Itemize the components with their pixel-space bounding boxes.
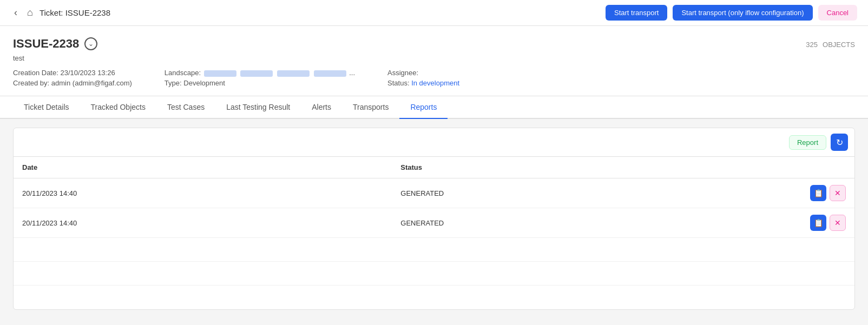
tab-tracked-objects[interactable]: Tracked Objects: [80, 96, 156, 119]
tab-alerts[interactable]: Alerts: [301, 96, 342, 119]
meta-col-left: Creation Date: 23/10/2023 13:26 Created …: [13, 69, 132, 87]
refresh-icon: ↻: [836, 137, 843, 148]
tab-test-cases[interactable]: Test Cases: [156, 96, 215, 119]
type-value: Development: [183, 79, 225, 87]
tab-reports[interactable]: Reports: [399, 96, 448, 119]
col-header-actions: [771, 157, 854, 178]
ticket-info: ISSUE-2238 ⌄ 325 OBJECTS test Creation D…: [0, 26, 868, 96]
landscape-value-blurred4: [314, 70, 346, 77]
ticket-id: ISSUE-2238: [13, 37, 79, 51]
objects-count: 325 OBJECTS: [804, 38, 855, 50]
empty-row: [14, 262, 854, 286]
report-button[interactable]: Report: [789, 135, 826, 150]
ticket-meta: Creation Date: 23/10/2023 13:26 Created …: [13, 69, 855, 87]
document-icon-1: 📋: [814, 218, 823, 227]
start-transport-button[interactable]: Start transport: [606, 5, 667, 21]
empty-cell: [392, 238, 770, 262]
landscape-label: Landscape:: [165, 69, 201, 77]
start-transport-iflow-button[interactable]: Start transport (only iflow configuratio…: [673, 5, 812, 21]
creation-date-label: Creation Date:: [13, 69, 58, 77]
page-title: Ticket: ISSUE-2238: [40, 8, 110, 17]
type: Type: Development: [165, 79, 355, 87]
creation-date-value: 23/10/2023 13:26: [60, 69, 115, 77]
created-by: Created by: admin (admin@figaf.com): [13, 79, 132, 87]
tab-transports[interactable]: Transports: [342, 96, 399, 119]
empty-cell: [392, 286, 770, 309]
reports-card: Report ↻ Date Status 20/11/2023 14:40 GE…: [13, 128, 855, 310]
status-value: In development: [411, 79, 459, 87]
row-date-1: 20/11/2023 14:40: [14, 208, 392, 238]
empty-cell: [14, 262, 392, 286]
created-by-label: Created by:: [13, 79, 49, 87]
type-label: Type:: [165, 79, 182, 87]
delete-button-1[interactable]: ✕: [830, 215, 846, 231]
reports-table: Date Status 20/11/2023 14:40 GENERATED 📋…: [14, 157, 854, 309]
landscape-value-blurred: [204, 70, 236, 77]
ticket-header-row: ISSUE-2238 ⌄ 325 OBJECTS: [13, 37, 855, 51]
close-icon-1: ✕: [834, 218, 841, 227]
back-button[interactable]: ‹: [11, 6, 21, 19]
table-row: 20/11/2023 14:40 GENERATED 📋 ✕: [14, 208, 854, 238]
home-icon[interactable]: ⌂: [27, 7, 33, 18]
objects-label: OBJECTS: [823, 41, 855, 49]
empty-cell: [771, 262, 854, 286]
empty-cell: [14, 238, 392, 262]
header-actions: Start transport Start transport (only if…: [606, 5, 857, 21]
assignee: Assignee:: [387, 69, 459, 77]
row-status-1: GENERATED: [392, 208, 770, 238]
assignee-label: Assignee:: [387, 69, 418, 77]
action-cell-1: 📋 ✕: [779, 215, 846, 231]
objects-count-value: 325: [806, 41, 818, 49]
landscape: Landscape: ...: [165, 69, 355, 77]
header-left: ‹ ⌂ Ticket: ISSUE-2238: [11, 6, 110, 19]
tab-ticket-details[interactable]: Ticket Details: [13, 96, 80, 119]
landscape-value-blurred2: [240, 70, 273, 77]
status: Status: In development: [387, 79, 459, 87]
delete-button-0[interactable]: ✕: [830, 185, 846, 201]
col-header-status: Status: [392, 157, 770, 178]
row-status-0: GENERATED: [392, 178, 770, 208]
view-button-0[interactable]: 📋: [810, 185, 826, 201]
empty-row: [14, 286, 854, 309]
landscape-ellipsis: ...: [349, 69, 355, 77]
row-actions-0: 📋 ✕: [771, 178, 854, 208]
card-toolbar: Report ↻: [14, 128, 854, 157]
refresh-button[interactable]: ↻: [831, 134, 848, 151]
ticket-expand-button[interactable]: ⌄: [84, 37, 97, 50]
empty-cell: [14, 286, 392, 309]
col-header-date: Date: [14, 157, 392, 178]
view-button-1[interactable]: 📋: [810, 215, 826, 231]
empty-row: [14, 238, 854, 262]
row-actions-1: 📋 ✕: [771, 208, 854, 238]
meta-col-mid: Landscape: ... Type: Development: [165, 69, 355, 87]
tab-last-testing-result[interactable]: Last Testing Result: [215, 96, 301, 119]
created-by-value: admin (admin@figaf.com): [51, 79, 132, 87]
document-icon-0: 📋: [814, 189, 823, 197]
row-date-0: 20/11/2023 14:40: [14, 178, 392, 208]
empty-cell: [771, 238, 854, 262]
empty-cell: [771, 286, 854, 309]
creation-date: Creation Date: 23/10/2023 13:26: [13, 69, 132, 77]
status-label: Status:: [387, 79, 409, 87]
meta-col-right: Assignee: Status: In development: [387, 69, 459, 87]
close-icon-0: ✕: [834, 189, 841, 197]
table-header-row: Date Status: [14, 157, 854, 178]
empty-cell: [392, 262, 770, 286]
landscape-value-blurred3: [277, 70, 310, 77]
action-cell-0: 📋 ✕: [779, 185, 846, 201]
ticket-id-area: ISSUE-2238 ⌄: [13, 37, 97, 51]
cancel-button[interactable]: Cancel: [818, 5, 857, 21]
header-bar: ‹ ⌂ Ticket: ISSUE-2238 Start transport S…: [0, 0, 868, 26]
tabs-bar: Ticket Details Tracked Objects Test Case…: [0, 96, 868, 119]
table-row: 20/11/2023 14:40 GENERATED 📋 ✕: [14, 178, 854, 208]
ticket-description: test: [13, 54, 855, 62]
main-content: Report ↻ Date Status 20/11/2023 14:40 GE…: [0, 119, 868, 319]
